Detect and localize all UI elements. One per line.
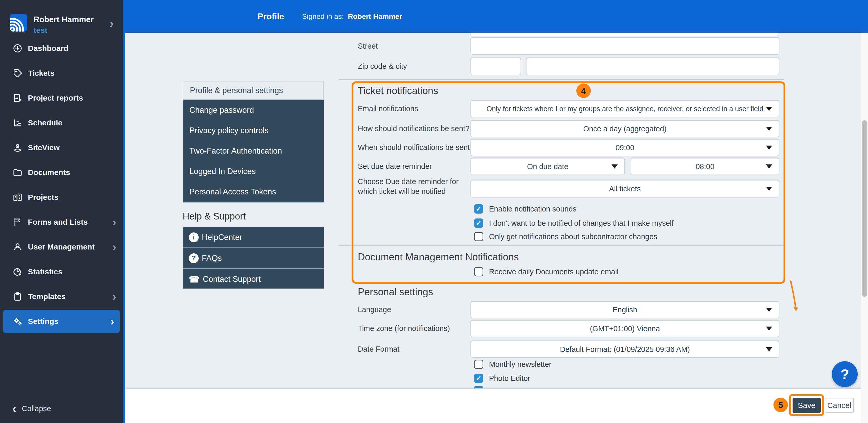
settings-nav-item-personal-access-tokens[interactable]: Personal Access Tokens xyxy=(183,181,324,202)
checkbox-checked-icon[interactable]: ✓ xyxy=(474,219,483,228)
sidebar-accent-strip xyxy=(123,0,125,423)
siteview-person-pin-icon xyxy=(12,142,23,153)
step-badge-5: 5 xyxy=(773,398,788,412)
sidebar-item-dashboard[interactable]: Dashboard xyxy=(0,37,123,60)
sidebar-item-label: Templates xyxy=(28,292,66,301)
forms-flag-icon xyxy=(12,217,23,227)
user-workspace-row[interactable]: Robert Hammer test › xyxy=(0,5,123,31)
collapse-button[interactable]: ‹ Collapse xyxy=(0,398,123,419)
settings-nav-item-logged-in-devices[interactable]: Logged In Devices xyxy=(183,161,324,181)
when-sent-label: When should notifications be sent? xyxy=(358,143,474,152)
sidebar-item-label: Statistics xyxy=(28,267,62,276)
language-dropdown[interactable]: English xyxy=(470,301,779,318)
settings-nav-item-change-password[interactable]: Change password xyxy=(183,100,324,120)
schedule-chart-icon xyxy=(12,118,23,128)
chevron-left-icon: ‹ xyxy=(12,403,16,414)
how-sent-dropdown[interactable]: Once a day (aggregated) xyxy=(470,120,779,137)
choose-due-dropdown[interactable]: All tickets xyxy=(470,180,779,198)
chevron-down-icon xyxy=(766,127,772,131)
checkbox-unchecked-icon[interactable] xyxy=(474,267,483,276)
step-badge-4: 4 xyxy=(576,84,591,98)
settings-nav-item-label: Change password xyxy=(189,106,254,115)
dashboard-gauge-icon xyxy=(12,43,23,54)
street-input[interactable] xyxy=(470,37,779,55)
section-divider xyxy=(339,245,784,246)
user-management-icon xyxy=(12,242,23,252)
timezone-label: Time zone (for notifications) xyxy=(358,324,450,333)
timezone-dropdown[interactable]: (GMT+01:00) Vienna xyxy=(470,320,779,337)
checkbox-unchecked-icon[interactable] xyxy=(474,232,483,241)
checkbox-photo-editor[interactable]: ✓Photo Editor xyxy=(474,374,530,383)
city-input[interactable] xyxy=(526,58,779,75)
sidebar-item-label: Schedule xyxy=(28,118,62,127)
company-logo-icon xyxy=(10,14,27,32)
checkbox-enable-notification-sounds[interactable]: ✓Enable notification sounds xyxy=(474,204,577,214)
language-value: English xyxy=(471,302,779,318)
checkbox-receive-daily-documents-update-email[interactable]: Receive daily Documents update email xyxy=(474,267,618,276)
chevron-right-icon: › xyxy=(113,242,116,252)
collapse-label: Collapse xyxy=(22,404,51,413)
checkbox-i-don-t-want-to-be-notified-of-changes-t[interactable]: ✓I don't want to be notified of changes … xyxy=(474,219,674,228)
signed-in-name: Robert Hammer xyxy=(348,12,402,21)
sidebar-item-label: Dashboard xyxy=(28,44,68,53)
cancel-button[interactable]: Cancel xyxy=(825,398,854,413)
checkbox-only-get-notifications-about-subcontract[interactable]: Only get notifications about subcontract… xyxy=(474,232,657,241)
chevron-right-icon: › xyxy=(113,291,116,302)
settings-nav-item-privacy-policy-controls[interactable]: Privacy policy controls xyxy=(183,120,324,141)
checkbox-label: Enable notification sounds xyxy=(489,205,577,213)
scrollbar-thumb[interactable] xyxy=(862,120,867,297)
sidebar-item-forms-and-lists[interactable]: Forms and Lists› xyxy=(0,210,123,234)
checkbox-checked-icon[interactable]: ✓ xyxy=(474,204,483,214)
help-button[interactable]: ? xyxy=(832,361,858,387)
chevron-down-icon xyxy=(766,146,772,150)
sidebar-item-label: Settings xyxy=(28,317,58,326)
checkbox-checked-icon[interactable]: ✓ xyxy=(474,374,483,383)
signed-in-status: Signed in as: Robert Hammer xyxy=(302,0,402,33)
settings-nav-item-two-factor-authentication[interactable]: Two-Factor Authentication xyxy=(183,141,324,161)
dateformat-dropdown[interactable]: Default Format: (01/09/2025 09:36 AM) xyxy=(470,341,779,358)
checkbox-monthly-newsletter[interactable]: Monthly newsletter xyxy=(474,360,552,369)
workspace-name: test xyxy=(34,26,47,35)
sidebar-item-user-management[interactable]: User Management› xyxy=(0,235,123,259)
sidebar-item-templates[interactable]: Templates› xyxy=(0,285,123,308)
sidebar-item-projects[interactable]: Projects xyxy=(0,186,123,209)
sidebar: Robert Hammer test › DashboardTicketsPro… xyxy=(0,0,123,423)
choose-due-label-line1: Choose Due date reminder for xyxy=(358,177,459,186)
email-notifications-dropdown[interactable]: Only for tickets where I or my groups ar… xyxy=(470,100,779,117)
help-item-contact-support[interactable]: ☎Contact Support xyxy=(183,269,324,289)
sidebar-item-label: User Management xyxy=(28,243,95,251)
settings-nav-item-label: Logged In Devices xyxy=(189,167,256,176)
settings-nav-item-active[interactable]: Profile & personal settings xyxy=(183,81,324,100)
personal-settings-heading: Personal settings xyxy=(358,286,433,298)
help-item-helpcenter[interactable]: iHelpCenter xyxy=(183,227,324,248)
save-button[interactable]: Save xyxy=(793,398,821,413)
section-divider xyxy=(339,79,784,80)
help-item-faqs[interactable]: ?FAQs xyxy=(183,248,324,269)
topbar: Profile Signed in as: Robert Hammer xyxy=(125,0,868,33)
sidebar-item-settings[interactable]: Settings› xyxy=(3,310,120,333)
chevron-right-icon: › xyxy=(113,217,116,227)
email-notifications-label: Email notifications xyxy=(358,105,418,113)
when-sent-value: 09:00 xyxy=(471,140,779,156)
help-item-label: HelpCenter xyxy=(202,233,242,242)
question-circle-icon: ? xyxy=(189,253,199,263)
sidebar-item-statistics[interactable]: Statistics xyxy=(0,260,123,283)
user-name: Robert Hammer xyxy=(34,15,94,24)
info-circle-icon: i xyxy=(189,232,199,242)
sidebar-item-documents[interactable]: Documents xyxy=(0,161,123,184)
choose-due-value: All tickets xyxy=(471,180,779,197)
settings-nav-group: Change passwordPrivacy policy controlsTw… xyxy=(183,100,324,202)
sidebar-item-siteview[interactable]: SiteView xyxy=(0,136,123,159)
project-reports-icon xyxy=(12,93,23,103)
sidebar-item-schedule[interactable]: Schedule xyxy=(0,111,123,135)
sidebar-item-project-reports[interactable]: Project reports xyxy=(0,86,123,110)
projects-buildings-icon xyxy=(12,192,23,202)
sidebar-item-tickets[interactable]: Tickets xyxy=(0,61,123,85)
when-sent-dropdown[interactable]: 09:00 xyxy=(470,139,779,156)
signed-in-prefix: Signed in as: xyxy=(302,12,344,21)
due-mode-dropdown[interactable]: On due date xyxy=(470,158,625,175)
due-time-dropdown[interactable]: 08:00 xyxy=(630,158,779,175)
due-time-value: 08:00 xyxy=(631,159,779,174)
checkbox-unchecked-icon[interactable] xyxy=(474,360,483,369)
zip-input[interactable] xyxy=(470,58,521,75)
